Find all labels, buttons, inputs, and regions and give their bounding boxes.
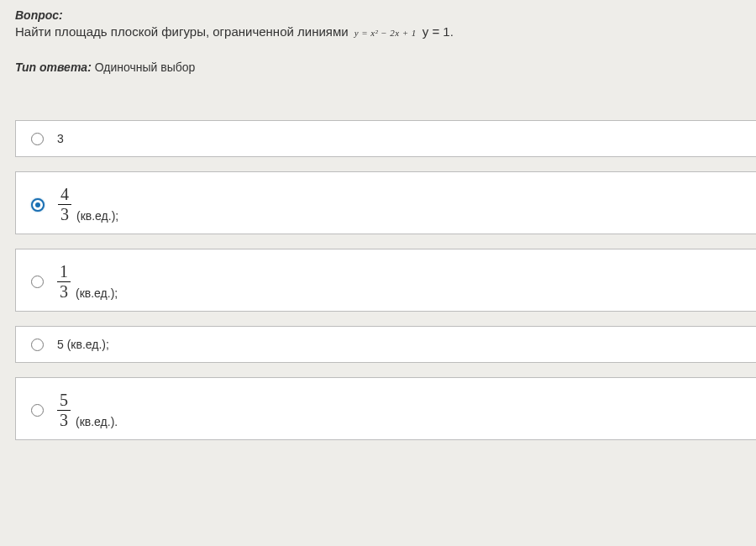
fraction: 5 3 — [57, 391, 71, 429]
option-2[interactable]: 4 3 (кв.ед.); — [15, 171, 756, 234]
option-unit: (кв.ед.); — [76, 286, 118, 301]
fraction: 4 3 — [58, 186, 71, 223]
option-4[interactable]: 5 (кв.ед.); — [15, 326, 756, 363]
fraction-numerator: 5 — [57, 391, 71, 409]
question-text-before: Найти площадь плоской фигуры, ограниченн… — [15, 24, 349, 39]
radio-icon[interactable] — [31, 133, 44, 145]
question-label: Вопрос: — [15, 8, 756, 22]
fraction-denominator: 3 — [57, 283, 71, 301]
fraction-denominator: 3 — [58, 206, 71, 223]
fraction: 1 3 — [57, 263, 71, 301]
radio-icon[interactable] — [31, 198, 45, 212]
option-3[interactable]: 1 3 (кв.ед.); — [15, 249, 756, 312]
fraction-denominator: 3 — [57, 412, 71, 429]
radio-icon[interactable] — [31, 339, 44, 351]
option-unit: (кв.ед.). — [76, 415, 118, 429]
option-body: 4 3 (кв.ед.); — [58, 186, 118, 223]
answer-type: Тип ответа: Одиночный выбор — [15, 60, 756, 74]
option-body: 1 3 (кв.ед.); — [57, 263, 118, 301]
radio-icon[interactable] — [31, 276, 44, 288]
question-formula: y = x² − 2x + 1 — [352, 28, 419, 38]
radio-icon[interactable] — [31, 404, 44, 417]
option-unit: (кв.ед.); — [76, 209, 118, 223]
option-5[interactable]: 5 3 (кв.ед.). — [15, 377, 756, 440]
option-text: 5 (кв.ед.); — [57, 338, 109, 351]
option-text: 3 — [57, 132, 64, 145]
options-list: 3 4 3 (кв.ед.); 1 3 (кв.ед.); — [15, 120, 756, 440]
answer-type-label: Тип ответа: — [15, 60, 92, 74]
quiz-page: Вопрос: Найти площадь плоской фигуры, ог… — [0, 0, 756, 449]
question-text: Найти площадь плоской фигуры, ограниченн… — [15, 24, 756, 39]
option-body: 5 3 (кв.ед.). — [57, 391, 118, 429]
answer-type-value: Одиночный выбор — [95, 60, 196, 74]
fraction-numerator: 1 — [57, 263, 71, 281]
option-1[interactable]: 3 — [15, 120, 756, 157]
question-text-after: y = 1. — [423, 24, 454, 39]
fraction-numerator: 4 — [58, 186, 71, 203]
